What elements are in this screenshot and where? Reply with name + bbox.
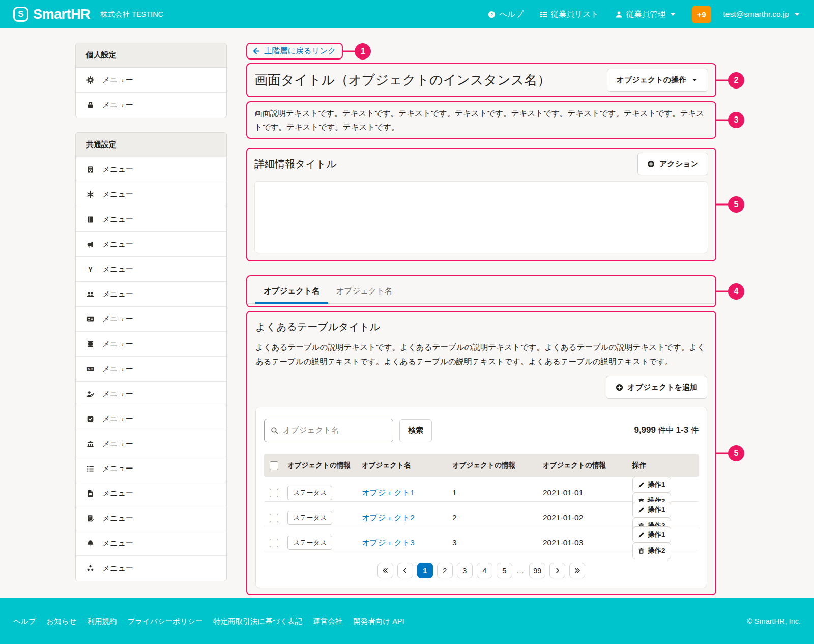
help-icon: ? bbox=[488, 11, 496, 18]
object-link[interactable]: オブジェクト3 bbox=[362, 538, 415, 547]
check-square-icon bbox=[86, 415, 95, 423]
header-nav-item-2[interactable]: 従業員管理 bbox=[615, 9, 677, 20]
row-checkbox[interactable] bbox=[270, 514, 278, 522]
annotation-connector bbox=[715, 452, 728, 454]
page-button[interactable]: 5 bbox=[497, 563, 512, 578]
plus-circle-icon bbox=[647, 160, 655, 168]
page-button[interactable]: 4 bbox=[477, 563, 492, 578]
sidebar-item[interactable]: メニュー bbox=[76, 506, 226, 531]
sidebar-item[interactable]: メニュー bbox=[76, 157, 226, 182]
bell-icon bbox=[86, 540, 95, 547]
table-row: ステータスオブジェクト112021-01-01操作1操作2 bbox=[264, 477, 699, 502]
sidebar-item-label: メニュー bbox=[102, 389, 133, 399]
header-nav-item-1[interactable]: 従業員リスト bbox=[540, 9, 599, 20]
sidebar-item-label: メニュー bbox=[102, 215, 133, 224]
sidebar-item[interactable]: メニュー bbox=[76, 556, 226, 581]
add-object-button[interactable]: オブジェクトを追加 bbox=[606, 376, 707, 399]
sidebar-item-label: メニュー bbox=[102, 100, 133, 110]
footer-link-5[interactable]: 運営会社 bbox=[313, 617, 342, 626]
table-card: 検索 9,999 件中 1-3 件 オブジェクトの情報 オブジェクト名 オブジェ… bbox=[255, 407, 707, 588]
footer-links: ヘルプお知らせ利用規約プライバシーポリシー特定商取引法に基づく表記運営会社開発者… bbox=[13, 617, 404, 626]
tab-object-2[interactable]: オブジェクト名 bbox=[328, 284, 401, 303]
sidebar-item[interactable]: メニュー bbox=[76, 456, 226, 481]
sidebar-item[interactable]: メニュー bbox=[76, 531, 226, 556]
table-section-title: よくあるテーブルタイトル bbox=[255, 320, 707, 334]
delete-button[interactable]: 操作2 bbox=[632, 543, 671, 559]
lock-icon bbox=[86, 101, 95, 109]
annotation-badge: 1 bbox=[355, 43, 371, 60]
pencil-icon bbox=[638, 506, 645, 514]
object-link[interactable]: オブジェクト1 bbox=[362, 488, 415, 497]
sidebar-item[interactable]: メニュー bbox=[76, 68, 226, 93]
account-email: test@smarthr.co.jp bbox=[723, 10, 789, 19]
tab-object-1[interactable]: オブジェクト名 bbox=[255, 284, 328, 303]
sidebar-item[interactable]: メニュー bbox=[76, 382, 226, 406]
page-button[interactable]: 1 bbox=[417, 563, 433, 578]
user-check-icon bbox=[86, 390, 95, 398]
chevron-left-icon bbox=[402, 567, 408, 574]
edit-button[interactable]: 操作1 bbox=[632, 526, 671, 543]
caret-down-icon bbox=[691, 76, 699, 84]
page-button[interactable]: 99 bbox=[529, 563, 545, 578]
sidebar-item-label: メニュー bbox=[102, 190, 133, 199]
table-row: ステータスオブジェクト222021-01-02操作1操作2 bbox=[264, 502, 699, 526]
page-button[interactable]: 3 bbox=[457, 563, 473, 578]
footer-link-6[interactable]: 開発者向け API bbox=[353, 617, 404, 626]
sidebar-item[interactable]: メニュー bbox=[76, 481, 226, 506]
table-row: ステータスオブジェクト332021-01-03操作1操作2 bbox=[264, 526, 699, 551]
row-checkbox[interactable] bbox=[270, 489, 278, 497]
footer-link-0[interactable]: ヘルプ bbox=[13, 617, 36, 626]
object-link[interactable]: オブジェクト2 bbox=[362, 513, 415, 522]
svg-text:?: ? bbox=[490, 12, 493, 17]
sidebar-item[interactable]: メニュー bbox=[76, 182, 226, 207]
sidebar-item[interactable]: メニュー bbox=[76, 207, 226, 232]
sidebar-item[interactable]: ¥メニュー bbox=[76, 257, 226, 282]
edit-button[interactable]: 操作1 bbox=[632, 477, 671, 493]
sidebar-item-label: メニュー bbox=[102, 464, 133, 474]
select-all-checkbox[interactable] bbox=[270, 461, 278, 470]
annotated-description: 画面説明テキストです。テキストです。テキストです。テキストです。テキストです。テ… bbox=[246, 101, 716, 139]
sidebar-item[interactable]: メニュー bbox=[76, 307, 226, 332]
header-nav-item-0[interactable]: ?ヘルプ bbox=[488, 9, 524, 20]
next-page-button[interactable] bbox=[549, 563, 565, 578]
search-button[interactable]: 検索 bbox=[399, 419, 432, 442]
sidebar-item[interactable]: メニュー bbox=[76, 232, 226, 257]
status-badge: ステータス bbox=[287, 536, 332, 550]
annotation-connector bbox=[715, 204, 728, 206]
search-input[interactable] bbox=[283, 426, 387, 435]
back-link[interactable]: 上階層に戻るリンク bbox=[252, 46, 336, 56]
annotated-table-section: よくあるテーブルタイトル よくあるテーブルの説明テキストです。よくあるテーブルの… bbox=[246, 311, 716, 595]
building-icon bbox=[86, 166, 95, 173]
company-name: 株式会社 TESTINC bbox=[100, 10, 163, 19]
money-check-icon: $ bbox=[86, 365, 95, 373]
sidebar-item[interactable]: メニュー bbox=[76, 332, 226, 357]
notification-badge[interactable]: +9 bbox=[692, 6, 711, 23]
footer-link-2[interactable]: 利用規約 bbox=[88, 617, 117, 626]
last-page-button[interactable] bbox=[569, 563, 585, 578]
account-menu[interactable]: test@smarthr.co.jp bbox=[723, 10, 801, 19]
copyright: © SmartHR, Inc. bbox=[747, 617, 801, 625]
object-info: 3 bbox=[452, 538, 543, 547]
prev-page-button[interactable] bbox=[397, 563, 413, 578]
sidebar-item[interactable]: メニュー bbox=[76, 431, 226, 456]
pencil-icon bbox=[638, 531, 645, 539]
edit-button[interactable]: 操作1 bbox=[632, 502, 671, 518]
page-button[interactable]: 2 bbox=[437, 563, 453, 578]
sidebar-item-label: メニュー bbox=[102, 439, 133, 449]
pagination-ellipsis: … bbox=[516, 566, 526, 575]
footer-link-4[interactable]: 特定商取引法に基づく表記 bbox=[213, 617, 302, 626]
footer-link-3[interactable]: プライバシーポリシー bbox=[128, 617, 203, 626]
sidebar-item[interactable]: メニュー bbox=[76, 93, 226, 118]
column-header: オブジェクト名 bbox=[362, 461, 452, 470]
annotation-badge: 2 bbox=[728, 72, 744, 89]
sidebar-item[interactable]: $メニュー bbox=[76, 357, 226, 382]
smarthr-logo[interactable]: S SmartHR bbox=[13, 7, 90, 22]
footer-link-1[interactable]: お知らせ bbox=[47, 617, 77, 626]
row-checkbox[interactable] bbox=[270, 539, 278, 547]
action-button[interactable]: アクション bbox=[637, 153, 708, 175]
first-page-button[interactable] bbox=[377, 563, 393, 578]
plus-circle-icon bbox=[616, 384, 623, 391]
sidebar-item[interactable]: メニュー bbox=[76, 406, 226, 431]
sidebar-item[interactable]: メニュー bbox=[76, 282, 226, 307]
object-actions-button[interactable]: オブジェクトの操作 bbox=[607, 69, 708, 92]
